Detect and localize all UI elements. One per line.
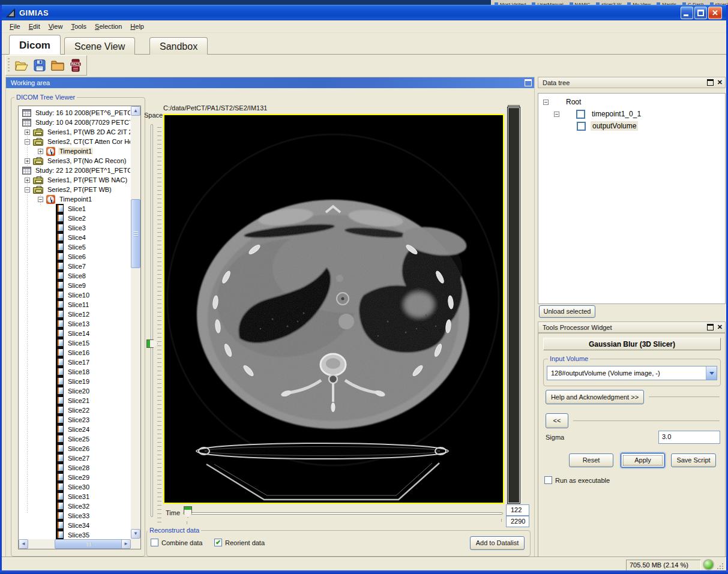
time-slider-thumb[interactable] <box>184 506 192 518</box>
menu-help[interactable]: Help <box>126 22 148 31</box>
input-volume-combobox[interactable]: 128#outputVolume (Volume image, -) <box>547 366 717 380</box>
data-tree-panel[interactable]: −Root−timepoint1_0_1outputVolume <box>538 93 726 304</box>
collapse-button[interactable]: << <box>546 413 568 428</box>
tree-node-slice22[interactable]: Slice22 <box>19 405 130 415</box>
menu-edit[interactable]: Edit <box>25 22 44 31</box>
tree-node-slice5[interactable]: Slice5 <box>19 242 130 252</box>
collapse-icon[interactable]: − <box>25 139 30 145</box>
tab-sandbox[interactable]: Sandbox <box>149 37 208 55</box>
tree-node-slice15[interactable]: Slice15 <box>19 338 130 348</box>
node-checkbox[interactable] <box>576 110 585 119</box>
tree-node-slice23[interactable]: Slice23 <box>19 415 130 425</box>
window-titlebar[interactable]: GIMIAS ✕ <box>2 5 726 20</box>
working-area-titlebar[interactable]: Working area <box>6 77 534 88</box>
toolbar-grip[interactable] <box>8 58 10 73</box>
intensity-bar[interactable] <box>508 107 520 503</box>
open-file-button[interactable] <box>13 56 31 74</box>
data-tree-close-button[interactable]: ✕ <box>717 79 723 86</box>
tools-processor-titlebar[interactable]: Tools Processor Widget ✕ <box>538 321 726 333</box>
tree-node-timepoint1[interactable]: −Timepoint1 <box>19 194 130 204</box>
menu-selection[interactable]: Selection <box>91 22 126 31</box>
tree-node-slice1[interactable]: Slice1 <box>19 204 130 214</box>
tree-node-slice33[interactable]: Slice33 <box>19 511 130 521</box>
tree-node-slice20[interactable]: Slice20 <box>19 386 130 396</box>
tree-node-slice24[interactable]: Slice24 <box>19 425 130 434</box>
tree-node-slice25[interactable]: Slice25 <box>19 434 130 444</box>
run-as-executable-checkbox[interactable] <box>544 476 552 484</box>
tree-scroll-down-button[interactable]: ▼ <box>131 529 140 539</box>
data-tree-titlebar[interactable]: Data tree ✕ <box>538 77 726 88</box>
tools-processor-close-button[interactable]: ✕ <box>717 324 723 330</box>
tree-node-slice7[interactable]: Slice7 <box>19 262 130 271</box>
tree-node-slice9[interactable]: Slice9 <box>19 281 130 290</box>
expand-icon[interactable]: + <box>25 178 30 183</box>
tree-node-slice8[interactable]: Slice8 <box>19 271 130 281</box>
tree-node-slice6[interactable]: Slice6 <box>19 252 130 262</box>
collapse-icon[interactable]: − <box>38 197 43 202</box>
close-button[interactable]: ✕ <box>708 7 722 19</box>
tab-scene-view[interactable]: Scene View <box>64 37 135 55</box>
help-acknowledgment-button[interactable]: Help and Acknowledgment >> <box>546 390 644 404</box>
tree-node-slice18[interactable]: Slice18 <box>19 367 130 377</box>
tree-scroll-right-button[interactable]: ► <box>121 539 131 549</box>
dicom-tree[interactable]: Study: 16 10 2008(PET^6_PETCTStudy: 10 0… <box>18 106 141 549</box>
collapse-icon[interactable]: − <box>554 112 559 117</box>
tree-vscroll-thumb[interactable] <box>131 199 140 268</box>
save-button[interactable] <box>31 56 49 74</box>
tree-node-slice35[interactable]: Slice35 <box>19 530 130 540</box>
combo-dropdown-arrow-icon[interactable] <box>706 366 717 380</box>
sigma-input[interactable]: 3.0 <box>658 431 720 444</box>
apply-button[interactable]: Apply <box>621 453 665 468</box>
tree-node-slice21[interactable]: Slice21 <box>19 396 130 405</box>
space-slider-track[interactable] <box>151 124 153 517</box>
tree-node-slice32[interactable]: Slice32 <box>19 501 130 511</box>
expand-icon[interactable]: + <box>25 130 30 135</box>
data-tree-node-timepoint1_0_1[interactable]: −timepoint1_0_1 <box>554 109 643 119</box>
data-tree-node-outputvolume[interactable]: outputVolume <box>577 121 638 131</box>
tree-node-series2-pt-pet-wb-[interactable]: −Series2, PT(PET WB) <box>19 185 130 194</box>
save-script-button[interactable]: Save Script <box>671 453 716 467</box>
expand-icon[interactable]: + <box>25 158 30 164</box>
tree-node-slice28[interactable]: Slice28 <box>19 463 130 473</box>
unload-selected-button[interactable]: Unload selected <box>539 305 595 318</box>
tree-node-study-10-04-2008-77029-petct[interactable]: Study: 10 04 2008(77029 PETCT <box>19 118 130 127</box>
space-slider-thumb[interactable] <box>146 339 158 348</box>
tree-scroll-up-button[interactable]: ▲ <box>131 106 140 116</box>
tree-node-study-22-12-2008-pet-1-petct[interactable]: Study: 22 12 2008(PET^1_PETCT <box>19 166 130 175</box>
tree-node-slice16[interactable]: Slice16 <box>19 348 130 357</box>
tree-node-series1-pt-pet-wb-nac-[interactable]: +Series1, PT(PET WB NAC) <box>19 175 130 185</box>
tree-node-slice30[interactable]: Slice30 <box>19 482 130 492</box>
combine-data-checkbox[interactable] <box>151 539 158 546</box>
tree-vscrollbar[interactable] <box>131 106 140 549</box>
data-tree-node-root[interactable]: −Root <box>543 97 583 107</box>
tree-node-timepoint1[interactable]: +Timepoint1 <box>19 146 130 156</box>
menu-tools[interactable]: Tools <box>67 22 91 31</box>
add-to-datalist-button[interactable]: Add to Datalist <box>470 536 525 550</box>
maximize-button[interactable] <box>694 7 707 19</box>
tree-node-slice14[interactable]: Slice14 <box>19 329 130 338</box>
node-checkbox[interactable] <box>577 122 586 131</box>
reorient-data-checkbox[interactable]: ✔ <box>214 539 222 546</box>
open-folder-button[interactable] <box>49 56 67 74</box>
tree-node-slice19[interactable]: Slice19 <box>19 377 130 386</box>
menu-file[interactable]: File <box>5 22 25 31</box>
tree-node-series3-pt-no-ac-recon-[interactable]: +Series3, PT(No AC Recon) <box>19 156 130 166</box>
tree-node-slice27[interactable]: Slice27 <box>19 453 130 463</box>
tree-node-slice10[interactable]: Slice10 <box>19 290 130 300</box>
data-tree-float-button[interactable] <box>707 79 714 86</box>
menu-view[interactable]: View <box>44 22 67 31</box>
resize-grip[interactable] <box>717 563 724 570</box>
tree-node-series1-pt-wb-2d-ac-2it-21[interactable]: +Series1, PT(WB 2D AC 2IT 21 <box>19 127 130 137</box>
tree-node-study-16-10-2008-pet-6-petct[interactable]: Study: 16 10 2008(PET^6_PETCT <box>19 108 130 118</box>
tree-node-series2-ct-ct-atten-cor-he-[interactable]: −Series2, CT(CT Atten Cor He. <box>19 137 130 146</box>
collapse-icon[interactable]: − <box>25 187 30 193</box>
window-width-value[interactable]: 2290 <box>506 516 529 527</box>
tree-node-slice26[interactable]: Slice26 <box>19 444 130 453</box>
reset-button[interactable]: Reset <box>569 453 613 467</box>
tree-node-slice3[interactable]: Slice3 <box>19 223 130 233</box>
tree-hscroll-thumb[interactable] <box>55 539 124 549</box>
tab-dicom[interactable]: Dicom <box>9 35 61 55</box>
dicom-image-viewport[interactable] <box>163 114 504 504</box>
tree-node-slice13[interactable]: Slice13 <box>19 319 130 329</box>
tree-node-slice31[interactable]: Slice31 <box>19 492 130 501</box>
